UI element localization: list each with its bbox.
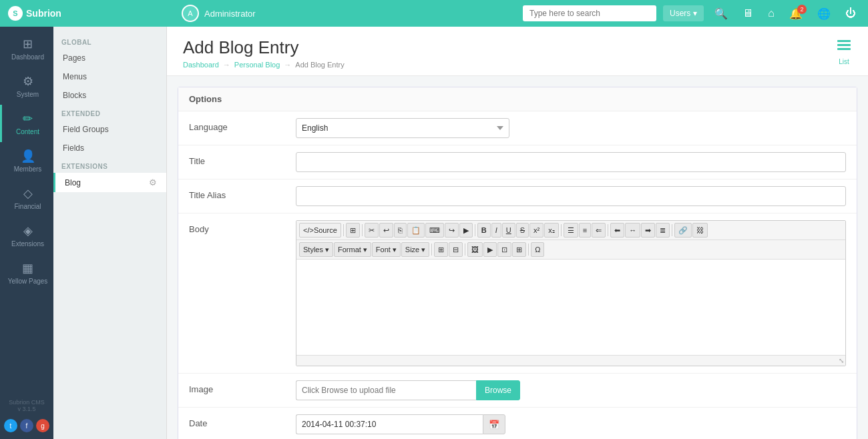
paste-button[interactable]: 📋 <box>407 223 425 238</box>
title-control <box>296 152 846 172</box>
title-alias-input[interactable] <box>296 186 846 206</box>
align-center-button[interactable]: ↔ <box>625 223 640 238</box>
nav-item-pages[interactable]: Pages <box>53 49 166 67</box>
sidebar-item-label: Dashboard <box>11 53 44 61</box>
table-btn[interactable]: ⊞ <box>434 242 448 257</box>
toolbar2-separator-2 <box>465 244 465 256</box>
nav-item-menus[interactable]: Menus <box>53 67 166 86</box>
nav-item-blog[interactable]: Blog ⚙ <box>53 173 166 192</box>
home-icon-button[interactable]: ⌂ <box>764 7 779 19</box>
nav-item-fields[interactable]: Fields <box>53 139 166 157</box>
table2-btn[interactable]: ⊟ <box>449 242 463 257</box>
list-label: List <box>836 58 852 65</box>
link-button[interactable]: 🔗 <box>674 223 692 238</box>
subscript-button[interactable]: x² <box>529 223 544 238</box>
title-input[interactable] <box>296 152 846 172</box>
breadcrumb-current: Add Blog Entry <box>295 61 344 69</box>
image-upload-input[interactable] <box>296 380 476 400</box>
align-left-button[interactable]: ⬅ <box>610 223 624 238</box>
font-label: Font <box>376 246 391 254</box>
strikethrough-button[interactable]: S <box>516 223 529 238</box>
breadcrumb-personal-blog[interactable]: Personal Blog <box>234 61 280 69</box>
font-dropdown[interactable]: Font ▾ <box>372 242 401 257</box>
size-chevron-icon: ▾ <box>421 246 425 254</box>
browse-button[interactable]: Browse <box>476 380 520 400</box>
system-icon: ⚙ <box>23 74 33 89</box>
logo-icon: S <box>8 6 23 21</box>
breadcrumb-dashboard[interactable]: Dashboard <box>183 61 219 69</box>
outdent-button[interactable]: ⇐ <box>592 223 606 238</box>
source-button[interactable]: </> Source <box>299 223 341 238</box>
body-row: Body </> Source ⊞ ✂ <box>178 213 857 374</box>
sidebar: ⊞ Dashboard ⚙ System ✏ Content 👤 Members… <box>0 27 53 439</box>
align-right-button[interactable]: ➡ <box>641 223 655 238</box>
users-button[interactable]: Users ▾ <box>663 5 704 21</box>
template-btn[interactable]: ⊞ <box>512 242 526 257</box>
maximize-button[interactable]: ⊞ <box>346 223 360 238</box>
underline-button[interactable]: U <box>502 223 515 238</box>
pages-label: Pages <box>63 53 85 63</box>
nav-item-fieldgroups[interactable]: Field Groups <box>53 120 166 139</box>
search-icon-button[interactable]: 🔍 <box>710 7 732 20</box>
format-dropdown[interactable]: Format ▾ <box>334 242 371 257</box>
bold-button[interactable]: B <box>477 223 491 238</box>
copy-button[interactable]: ⎘ <box>394 223 407 238</box>
spacer-btn[interactable]: ▶ <box>459 223 473 238</box>
googleplus-icon[interactable]: g <box>36 419 49 432</box>
twitter-icon[interactable]: t <box>4 419 17 432</box>
iframe-btn[interactable]: ⊡ <box>497 242 511 257</box>
align-justify-button[interactable]: ≣ <box>656 223 670 238</box>
sidebar-item-label: Yellow Pages <box>8 278 48 285</box>
body-editor[interactable] <box>296 260 845 353</box>
avatar: A <box>182 5 199 22</box>
sidebar-item-members[interactable]: 👤 Members <box>0 142 53 179</box>
ol-button[interactable]: ≡ <box>579 223 591 238</box>
special-char-btn[interactable]: Ω <box>531 242 544 257</box>
sidebar-item-financial[interactable]: ◇ Financial <box>0 179 53 217</box>
date-input[interactable] <box>296 414 483 434</box>
superscript-button[interactable]: x₂ <box>544 223 559 238</box>
power-icon-button[interactable]: ⏻ <box>841 7 860 19</box>
language-label: Language <box>189 118 296 132</box>
language-select[interactable]: English French Spanish German <box>296 118 509 138</box>
image-control: Browse <box>296 380 846 400</box>
list-view-icon[interactable]: List <box>836 37 852 65</box>
fieldgroups-label: Field Groups <box>63 125 109 134</box>
toolbar-separator-4 <box>561 224 562 236</box>
members-icon: 👤 <box>21 149 35 163</box>
pastetext-button[interactable]: ⌨ <box>425 223 444 238</box>
admin-name: Administrator <box>204 9 256 19</box>
calendar-button[interactable]: 📅 <box>483 414 505 434</box>
facebook-icon[interactable]: f <box>20 419 33 432</box>
sidebar-item-dashboard[interactable]: ⊞ Dashboard <box>0 30 53 67</box>
unlink-button[interactable]: ⛓ <box>692 223 708 238</box>
italic-button[interactable]: I <box>491 223 501 238</box>
menus-label: Menus <box>63 72 87 81</box>
monitor-icon-button[interactable]: 🖥 <box>738 7 757 19</box>
flash-btn[interactable]: ▶ <box>483 242 497 257</box>
format-chevron-icon: ▾ <box>363 246 367 254</box>
styles-dropdown[interactable]: Styles ▾ <box>299 242 333 257</box>
nav-item-blocks[interactable]: Blocks <box>53 86 166 105</box>
sidebar-item-system[interactable]: ⚙ System <box>0 67 53 105</box>
sidebar-item-label: Extensions <box>11 240 44 248</box>
redo-button[interactable]: ↪ <box>445 223 459 238</box>
editor-toolbar-row2: Styles ▾ Format ▾ Font ▾ <box>296 240 845 260</box>
ul-button[interactable]: ☰ <box>564 223 578 238</box>
globe-icon-button[interactable]: 🌐 <box>813 7 835 20</box>
sidebar-item-yellowpages[interactable]: ▦ Yellow Pages <box>0 254 53 292</box>
notifications-button[interactable]: 🔔 2 <box>785 7 807 20</box>
search-input[interactable] <box>523 5 656 21</box>
image-insert-btn[interactable]: 🖼 <box>467 242 483 257</box>
cut-button[interactable]: ✂ <box>365 223 379 238</box>
toolbar-separator-5 <box>608 224 608 236</box>
fields-label: Fields <box>63 143 84 153</box>
size-dropdown[interactable]: Size ▾ <box>401 242 429 257</box>
sidebar-item-content[interactable]: ✏ Content <box>0 105 53 142</box>
undo-button[interactable]: ↩ <box>379 223 393 238</box>
svg-rect-0 <box>837 40 851 42</box>
gear-icon[interactable]: ⚙ <box>149 177 157 187</box>
language-control: English French Spanish German <box>296 118 846 138</box>
sidebar-item-extensions[interactable]: ◈ Extensions <box>0 217 53 254</box>
svg-rect-1 <box>837 44 851 46</box>
